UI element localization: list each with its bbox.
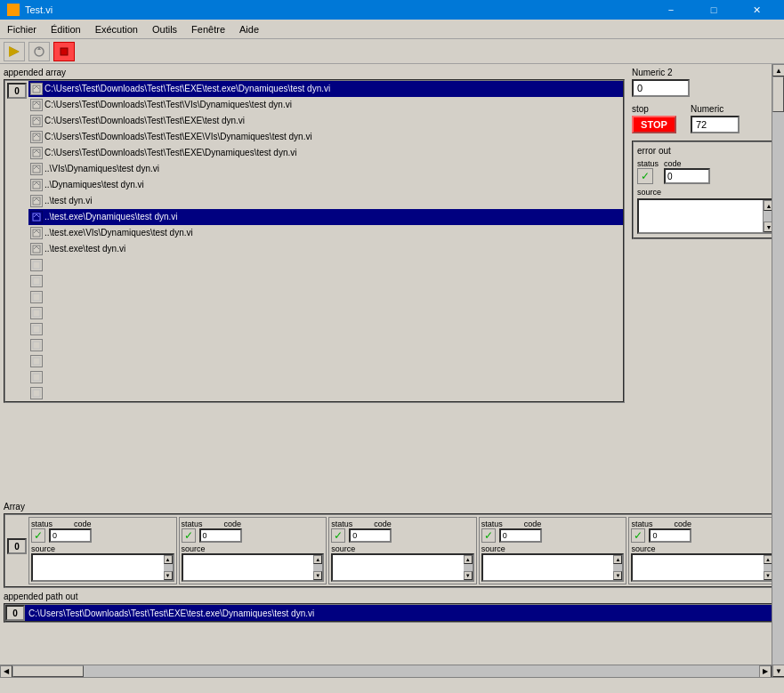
array-rows: C:\Users\Test\Downloads\Test\Test\EXE\te… [28,81,623,401]
cell1-code-label: code [74,520,92,528]
cell3-scroll-up[interactable]: ▲ [464,555,473,564]
svg-rect-21 [33,374,40,381]
cell4-scroll-up[interactable]: ▲ [613,555,622,564]
error-out-label: error out [637,146,775,156]
appended-path-value[interactable]: C:\Users\Test\Downloads\Test\Test\EXE\te… [25,605,779,621]
array-bottom-index[interactable]: 0 [7,538,27,554]
cell5-source-box[interactable]: ▲ ▼ [631,553,774,582]
hscroll-left-btn[interactable]: ◀ [0,665,12,678]
array-row[interactable]: C:\Users\Test\Downloads\Test\Test\EXE\te… [28,113,623,129]
title-bar: Test.vi − □ ✕ [0,0,784,20]
cell2-scroll-up[interactable]: ▲ [313,555,322,564]
array-row[interactable]: C:\Users\Test\Downloads\Test\Test\EXE\VI… [28,129,623,145]
hscroll-right-btn[interactable]: ▶ [759,665,772,678]
menu-outils[interactable]: Outils [145,20,184,38]
appended-array-container: 0 C:\Users\Test\Downloads\Test\Test\EXE\… [4,79,625,403]
cell1-scroll-down[interactable]: ▼ [164,571,173,580]
cell4-header: status code [481,520,625,528]
stop-numeric-group: stop STOP Numeric 72 [632,104,780,133]
array-row[interactable]: C:\Users\Test\Downloads\Test\Test\EXE\Dy… [28,145,623,161]
window-title: Test.vi [25,4,53,15]
menu-aide[interactable]: Aide [232,20,266,38]
svg-rect-2 [61,48,68,55]
cell5-header: status code [631,520,774,528]
minimize-button[interactable]: − [651,0,691,20]
cell4-scroll-down[interactable]: ▼ [613,571,622,580]
cell4-scrollbar: ▲ ▼ [613,555,622,580]
array-row[interactable]: ..\VIs\Dynamiques\test dyn.vi [28,161,623,177]
numeric-display[interactable]: 72 [691,116,740,133]
main-content: appended array 0 C:\Users\Test\Downloads… [0,64,784,500]
row-icon [30,99,43,111]
row-text: ..\Dynamiques\test dyn.vi [44,180,144,189]
row-icon [30,179,43,191]
cell3-source-box[interactable]: ▲ ▼ [331,553,474,582]
cell5-status-label: status [631,520,652,528]
svg-rect-20 [33,358,40,365]
cell2-header: status code [182,520,325,528]
array-section: Array 0 status code ✓ 0 source ▲ [0,500,784,590]
menu-fenetre[interactable]: Fenêtre [184,20,232,38]
error-source-box[interactable]: ▲ ▼ [637,198,775,234]
cell5-values: ✓ 0 [631,528,774,543]
appended-path-section: appended path out 0 C:\Users\Test\Downlo… [0,590,784,625]
vscroll-up-btn[interactable]: ▲ [772,64,784,77]
array-row[interactable]: ..\test.exe\VIs\Dynamiques\test dyn.vi [28,225,623,241]
array-row[interactable]: ..\Dynamiques\test dyn.vi [28,177,623,193]
svg-rect-17 [33,310,40,317]
array-row[interactable]: C:\Users\Test\Downloads\Test\Test\VIs\Dy… [28,97,623,113]
cell5-source-label: source [631,544,774,553]
array-row[interactable]: ..\test.exe\Dynamiques\test dyn.vi [28,209,623,225]
vscroll-down-btn[interactable]: ▼ [772,665,784,677]
cell3-scroll-down[interactable]: ▼ [464,571,473,580]
cell4-code-label: code [524,520,542,528]
array-row-empty [28,337,623,353]
status-bar [0,677,784,693]
menu-fichier[interactable]: Fichier [0,20,44,38]
array-bottom-label: Array [4,502,780,512]
cell5-code-value[interactable]: 0 [649,528,691,543]
run-icon [8,45,20,58]
hscroll-thumb[interactable] [12,665,84,677]
numeric2-label: Numeric 2 [632,68,780,77]
appended-path-index[interactable]: 0 [5,605,25,621]
cell1-scroll-up[interactable]: ▲ [164,555,173,564]
menu-edition[interactable]: Édition [44,20,88,38]
cell4-values: ✓ 0 [481,528,625,543]
hscroll-track [12,665,759,677]
svg-rect-22 [33,390,40,397]
close-button[interactable]: ✕ [736,0,777,20]
appended-path-row: 0 C:\Users\Test\Downloads\Test\Test\EXE\… [4,603,780,623]
array-row[interactable]: ..\test dyn.vi [28,193,623,209]
row-icon [30,339,43,351]
refresh-button[interactable] [28,42,50,61]
cell3-status-label: status [331,520,352,528]
vscroll-thumb[interactable] [772,77,784,112]
error-code-value[interactable]: 0 [664,168,710,184]
cell1-source-box[interactable]: ▲ ▼ [31,553,174,582]
menu-execution[interactable]: Exécution [88,20,145,38]
numeric2-display[interactable]: 0 [632,79,690,97]
run-button[interactable] [4,42,25,61]
array-row-empty [28,321,623,337]
stop-toolbar-button[interactable] [53,42,75,61]
array-index-display[interactable]: 0 [7,83,27,99]
array-row[interactable]: C:\Users\Test\Downloads\Test\Test\EXE\te… [28,81,623,97]
cell3-code-value[interactable]: 0 [349,528,392,543]
cell2-scroll-down[interactable]: ▼ [313,571,322,580]
left-panel: appended array 0 C:\Users\Test\Downloads… [0,64,628,500]
row-text: C:\Users\Test\Downloads\Test\Test\EXE\VI… [44,132,312,141]
cell2-code-value[interactable]: 0 [199,528,242,543]
vscroll-track [772,77,784,665]
numeric2-group: Numeric 2 0 [632,68,780,97]
array-row[interactable]: ..\test.exe\test dyn.vi [28,241,623,257]
cell3-header: status code [331,520,474,528]
maximize-button[interactable]: □ [693,0,734,20]
cell4-source-box[interactable]: ▲ ▼ [481,553,625,582]
numeric-group: Numeric 72 [691,104,740,133]
cell2-source-box[interactable]: ▲ ▼ [182,553,325,582]
cell2-scrollbar: ▲ ▼ [313,555,322,580]
stop-button[interactable]: STOP [632,116,676,133]
cell1-code-value[interactable]: 0 [49,528,92,543]
cell4-code-value[interactable]: 0 [499,528,542,543]
